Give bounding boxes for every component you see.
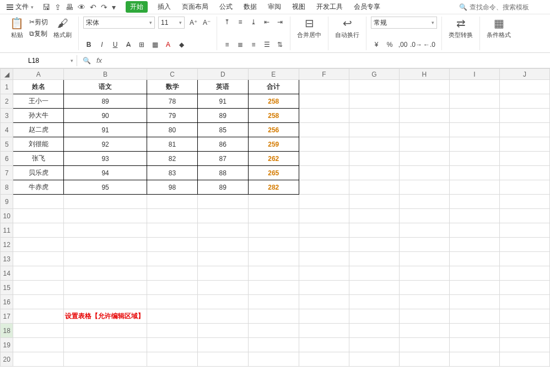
col-header-E[interactable]: E <box>248 69 299 80</box>
cell-F16[interactable] <box>299 295 349 309</box>
cell-B9[interactable] <box>64 195 147 209</box>
cell-E11[interactable] <box>248 223 299 238</box>
file-menu[interactable]: 文件 ▾ <box>3 1 37 13</box>
cell-J7[interactable] <box>499 166 549 180</box>
decrease-decimal-button[interactable]: ←.0 <box>424 39 435 50</box>
cell-I3[interactable] <box>449 109 499 123</box>
cell-H9[interactable] <box>399 195 449 209</box>
tab-插入[interactable]: 插入 <box>157 1 172 13</box>
cell-D3[interactable]: 89 <box>197 109 248 123</box>
cell-E4[interactable]: 256 <box>248 123 299 137</box>
align-left-button[interactable]: ≡ <box>222 39 233 50</box>
increase-font-button[interactable]: A⁺ <box>188 17 199 28</box>
row-header-3[interactable]: 3 <box>1 109 13 123</box>
cell-J1[interactable] <box>499 80 549 94</box>
cell-C4[interactable]: 80 <box>147 123 198 137</box>
search-input[interactable] <box>470 3 547 11</box>
cell-D16[interactable] <box>197 295 248 309</box>
cell-A8[interactable]: 牛赤虎 <box>13 180 64 195</box>
cell-C5[interactable]: 81 <box>147 137 198 152</box>
cell-D2[interactable]: 91 <box>197 94 248 109</box>
col-header-I[interactable]: I <box>449 69 499 80</box>
cell-H10[interactable] <box>399 209 449 223</box>
cut-button[interactable]: ✂剪切 <box>29 18 48 27</box>
cell-I16[interactable] <box>449 295 499 309</box>
preview-icon[interactable]: 👁 <box>78 3 85 12</box>
cell-G3[interactable] <box>349 109 399 123</box>
cell-A1[interactable]: 姓名 <box>13 80 64 94</box>
cell-C12[interactable] <box>147 238 198 252</box>
row-header-8[interactable]: 8 <box>1 180 13 195</box>
cell-E9[interactable] <box>248 195 299 209</box>
cell-D12[interactable] <box>197 238 248 252</box>
cell-J16[interactable] <box>499 295 549 309</box>
cell-F1[interactable] <box>299 80 349 94</box>
cell-I14[interactable] <box>449 266 499 281</box>
name-box-input[interactable] <box>0 55 67 66</box>
cell-B3[interactable]: 90 <box>64 109 147 123</box>
cell-B2[interactable]: 89 <box>64 94 147 109</box>
wrap-text-button[interactable]: ↩自动换行 <box>333 17 362 39</box>
cell-F20[interactable] <box>299 352 349 367</box>
cell-F4[interactable] <box>299 123 349 137</box>
cell-H13[interactable] <box>399 252 449 266</box>
cell-F11[interactable] <box>299 223 349 238</box>
tab-审阅[interactable]: 审阅 <box>267 1 282 13</box>
tab-页面布局[interactable]: 页面布局 <box>181 1 209 13</box>
cell-F6[interactable] <box>299 152 349 166</box>
cell-F14[interactable] <box>299 266 349 281</box>
cell-J10[interactable] <box>499 209 549 223</box>
align-right-button[interactable]: ≡ <box>248 39 259 50</box>
cell-J20[interactable] <box>499 352 549 367</box>
format-painter-button[interactable]: 🖌 格式刷 <box>51 17 74 39</box>
cell-H5[interactable] <box>399 137 449 152</box>
cell-C7[interactable]: 83 <box>147 166 198 180</box>
cell-E12[interactable] <box>248 238 299 252</box>
cell-E2[interactable]: 258 <box>248 94 299 109</box>
highlight-button[interactable]: ◆ <box>176 39 187 50</box>
cell-I6[interactable] <box>449 152 499 166</box>
cell-B10[interactable] <box>64 209 147 223</box>
cell-J9[interactable] <box>499 195 549 209</box>
font-size-select[interactable]: 11▾ <box>158 17 185 29</box>
row-header-19[interactable]: 19 <box>1 338 13 352</box>
row-header-16[interactable]: 16 <box>1 295 13 309</box>
row-header-12[interactable]: 12 <box>1 238 13 252</box>
cell-F5[interactable] <box>299 137 349 152</box>
cell-I15[interactable] <box>449 281 499 295</box>
cell-H1[interactable] <box>399 80 449 94</box>
cell-D4[interactable]: 85 <box>197 123 248 137</box>
cell-H19[interactable] <box>399 338 449 352</box>
command-search[interactable]: 🔍 <box>459 3 547 11</box>
cell-A12[interactable] <box>13 238 64 252</box>
cell-H2[interactable] <box>399 94 449 109</box>
cell-G8[interactable] <box>349 180 399 195</box>
lookup-icon[interactable]: 🔍 <box>83 57 91 65</box>
cell-I12[interactable] <box>449 238 499 252</box>
col-header-G[interactable]: G <box>349 69 399 80</box>
align-center-button[interactable]: ≣ <box>235 39 246 50</box>
cell-H3[interactable] <box>399 109 449 123</box>
cell-I4[interactable] <box>449 123 499 137</box>
fx-icon[interactable]: fx <box>96 56 102 65</box>
cell-B16[interactable] <box>64 295 147 309</box>
cell-D18[interactable] <box>197 324 248 338</box>
cell-G13[interactable] <box>349 252 399 266</box>
cell-B19[interactable] <box>64 338 147 352</box>
row-header-11[interactable]: 11 <box>1 223 13 238</box>
cell-F2[interactable] <box>299 94 349 109</box>
cell-J11[interactable] <box>499 223 549 238</box>
row-header-9[interactable]: 9 <box>1 195 13 209</box>
cell-D8[interactable]: 89 <box>197 180 248 195</box>
col-header-A[interactable]: A <box>13 69 64 80</box>
cell-B14[interactable] <box>64 266 147 281</box>
cell-J5[interactable] <box>499 137 549 152</box>
cell-C18[interactable] <box>147 324 198 338</box>
cell-J17[interactable] <box>499 309 549 324</box>
cell-C16[interactable] <box>147 295 198 309</box>
copy-button[interactable]: ⧉复制 <box>29 29 48 39</box>
cell-B13[interactable] <box>64 252 147 266</box>
col-header-H[interactable]: H <box>399 69 449 80</box>
cell-H12[interactable] <box>399 238 449 252</box>
align-middle-button[interactable]: ≡ <box>235 17 246 28</box>
